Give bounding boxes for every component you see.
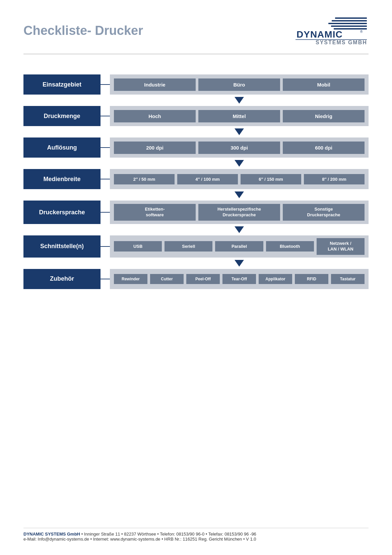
label-medienbreite: Medienbreite	[23, 169, 101, 189]
connector-zubehoer	[101, 269, 110, 289]
footer-company: DYNAMIC SYSTEMS GmbH	[23, 532, 80, 537]
option-industrie[interactable]: Industrie	[114, 78, 196, 91]
option-bluetooth[interactable]: Bluetooth	[266, 241, 314, 252]
option-netzwerk[interactable]: Netzwerk / LAN / WLAN	[317, 238, 365, 255]
arrow-down-icon	[235, 191, 244, 198]
option-peeloff[interactable]: Peel-Off	[186, 274, 220, 284]
option-6inch[interactable]: 6″ / 150 mm	[241, 174, 301, 184]
row-medienbreite: Medienbreite 2″ / 50 mm 4″ / 100 mm 6″ /…	[23, 169, 369, 189]
option-hoch[interactable]: Hoch	[114, 110, 196, 122]
spacer	[23, 301, 369, 528]
label-aufloesung: Auflösung	[23, 137, 101, 158]
label-schnittstellen: Schnittstelle(n)	[23, 235, 101, 258]
page-title: Checkliste- Drucker	[23, 23, 143, 38]
connector-aufloesung	[101, 137, 110, 158]
arrow-5	[23, 226, 369, 233]
arrow-down-icon	[235, 128, 244, 135]
arrow-1	[23, 97, 369, 104]
option-2inch[interactable]: 2″ / 50 mm	[114, 174, 175, 184]
option-etikettensoftware[interactable]: Etiketten- software	[114, 204, 196, 221]
chart-container: Einsatzgebiet Industrie Büro Mobil Druck…	[23, 74, 369, 301]
footer-line1: DYNAMIC SYSTEMS GmbH • Inninger Straße 1…	[23, 532, 369, 537]
option-mobil[interactable]: Mobil	[283, 78, 365, 91]
footer-address-text: Inninger Straße 11 • 82237 Wörthsee • Te…	[84, 532, 256, 537]
label-druckmenge: Druckmenge	[23, 106, 101, 126]
label-einsatzgebiet: Einsatzgebiet	[23, 74, 101, 95]
svg-text:SYSTEMS GMBH: SYSTEMS GMBH	[316, 40, 367, 45]
arrow-down-icon	[235, 260, 244, 267]
footer: DYNAMIC SYSTEMS GmbH • Inninger Straße 1…	[23, 528, 369, 542]
option-niedrig[interactable]: Niedrig	[283, 110, 365, 122]
row-druckmenge: Druckmenge Hoch Mittel Niedrig	[23, 106, 369, 126]
row-zubehoer: Zubehör Rewinder Cutter Peel-Off Tear-Of…	[23, 269, 369, 289]
option-rfid[interactable]: RFID	[295, 274, 328, 284]
option-seriell[interactable]: Seriell	[165, 241, 212, 252]
option-usb[interactable]: USB	[114, 241, 162, 252]
row-einsatzgebiet: Einsatzgebiet Industrie Büro Mobil	[23, 74, 369, 95]
option-applikator[interactable]: Applikator	[259, 274, 292, 284]
footer-address: •	[81, 532, 84, 537]
arrow-2	[23, 128, 369, 135]
arrow-6	[23, 260, 369, 267]
arrow-down-icon	[235, 160, 244, 167]
option-cutter[interactable]: Cutter	[150, 274, 184, 284]
option-200dpi[interactable]: 200 dpi	[114, 142, 196, 154]
page-container: Checkliste- Drucker DYNAMIC ® SYSTEMS GM…	[0, 0, 392, 555]
header: Checkliste- Drucker DYNAMIC ® SYSTEMS GM…	[23, 13, 369, 47]
connector-schnittstellen	[101, 235, 110, 258]
svg-text:DYNAMIC: DYNAMIC	[297, 29, 343, 40]
svg-rect-0	[335, 17, 367, 19]
footer-line2: e-Mail: Info@dynamic-systems.de • Intern…	[23, 537, 369, 542]
option-8inch[interactable]: 8″ / 200 mm	[304, 174, 365, 184]
arrow-down-icon	[235, 226, 244, 233]
option-300dpi[interactable]: 300 dpi	[198, 142, 280, 154]
svg-rect-1	[332, 20, 367, 21]
option-tastatur[interactable]: Tastatur	[331, 274, 365, 284]
row-aufloesung: Auflösung 200 dpi 300 dpi 600 dpi	[23, 137, 369, 158]
options-druckmenge: Hoch Mittel Niedrig	[110, 106, 369, 126]
svg-text:®: ®	[360, 30, 363, 34]
header-divider	[23, 54, 369, 54]
options-aufloesung: 200 dpi 300 dpi 600 dpi	[110, 137, 369, 158]
option-rewinder[interactable]: Rewinder	[114, 274, 147, 284]
svg-rect-3	[331, 25, 367, 27]
label-druckersprache: Druckersprache	[23, 201, 101, 224]
arrow-down-icon	[235, 97, 244, 104]
options-zubehoer: Rewinder Cutter Peel-Off Tear-Off Applik…	[110, 269, 369, 289]
option-parallel[interactable]: Parallel	[215, 241, 263, 252]
option-buero[interactable]: Büro	[198, 78, 280, 91]
logo-area: DYNAMIC ® SYSTEMS GMBH	[295, 17, 369, 47]
option-600dpi[interactable]: 600 dpi	[283, 142, 365, 154]
svg-rect-2	[328, 23, 367, 24]
label-zubehoer: Zubehör	[23, 269, 101, 289]
connector-druckmenge	[101, 106, 110, 126]
option-sonstige[interactable]: Sonstige Druckersprache	[283, 204, 365, 221]
row-schnittstellen: Schnittstelle(n) USB Seriell Parallel Bl…	[23, 235, 369, 258]
options-medienbreite: 2″ / 50 mm 4″ / 100 mm 6″ / 150 mm 8″ / …	[110, 169, 369, 189]
connector-druckersprache	[101, 201, 110, 224]
arrow-4	[23, 191, 369, 199]
row-druckersprache: Druckersprache Etiketten- software Herst…	[23, 201, 369, 224]
options-einsatzgebiet: Industrie Büro Mobil	[110, 74, 369, 95]
option-herstellerspezifisch[interactable]: Herstellerspezifische Druckersprache	[198, 204, 280, 221]
company-logo: DYNAMIC ® SYSTEMS GMBH	[295, 17, 369, 47]
options-schnittstellen: USB Seriell Parallel Bluetooth Netzwerk …	[110, 235, 369, 258]
arrow-3	[23, 160, 369, 167]
options-druckersprache: Etiketten- software Herstellerspezifisch…	[110, 201, 369, 224]
connector-einsatzgebiet	[101, 74, 110, 95]
option-tearoff[interactable]: Tear-Off	[222, 274, 256, 284]
option-mittel[interactable]: Mittel	[198, 110, 280, 122]
connector-medienbreite	[101, 169, 110, 189]
option-4inch[interactable]: 4″ / 100 mm	[177, 174, 238, 184]
